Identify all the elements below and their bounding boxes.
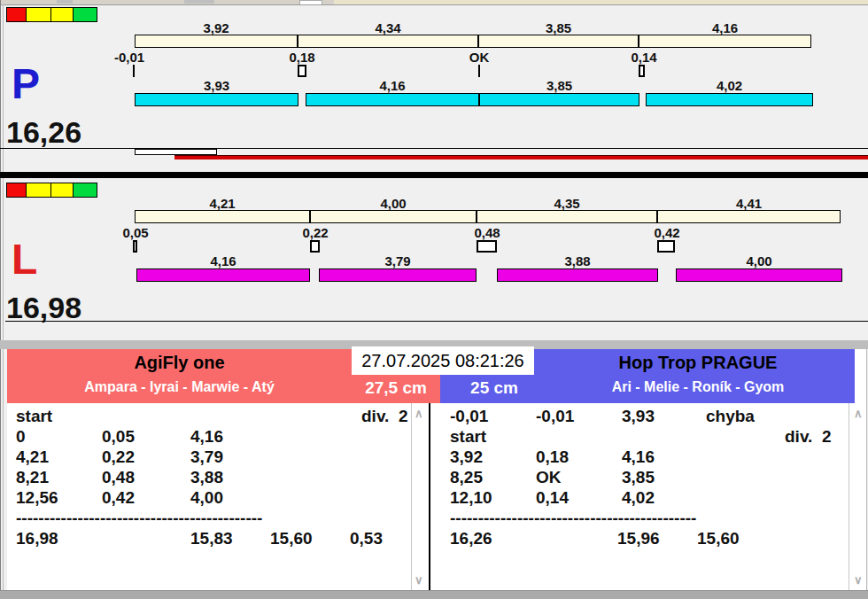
gap-marker-tick (133, 65, 135, 77)
gap-marker-box (298, 65, 306, 77)
gap-time-labels: 0,050,220,480,42 (0, 226, 868, 239)
gap-marker-box (133, 240, 137, 253)
jump-height-badge: 25 cm (447, 377, 541, 400)
reference-segment-time: 4,35 (477, 197, 657, 210)
reference-bar-segment (135, 210, 310, 223)
run-segment-time: 3,88 (497, 254, 658, 268)
reference-time-bar (0, 210, 868, 224)
traffic-light-segment (50, 7, 74, 22)
result-cell: 15,96 (617, 529, 660, 548)
reference-bar-segment (477, 210, 657, 223)
scoreboard: AgiFly one Ampara - Iyrai - Marwie - Atý… (7, 349, 866, 590)
run-bar-segment (497, 268, 658, 282)
lane-total-time: 16,26 (6, 117, 81, 147)
run-segment-time: 3,93 (135, 79, 298, 92)
scrollbar-track-left[interactable] (411, 403, 412, 590)
result-text-right[interactable]: -0,01-0,013,93chybastartdiv. 23,920,184,… (0, 407, 868, 584)
window-bottom-bar (0, 590, 868, 599)
lane-total-time: 16,98 (6, 292, 81, 323)
run-segment-time: 4,02 (646, 79, 813, 92)
progress-marker-box (135, 149, 217, 155)
team-members: Ampara - Iyrai - Marwie - Atý (7, 378, 352, 396)
reference-bar-segment (657, 210, 841, 223)
result-cell: 0,18 (536, 447, 569, 466)
run-segment-time: 3,85 (479, 79, 639, 92)
lane-letter: P (12, 63, 40, 105)
reference-bar-segment (135, 35, 298, 48)
result-cell: start (450, 427, 486, 446)
gap-time-value: 0,48 (474, 226, 500, 239)
gap-time-value: 0,42 (654, 226, 679, 239)
gap-time-value: 0,22 (302, 226, 328, 239)
gap-marker-box (310, 240, 320, 253)
gap-marker-box (477, 240, 497, 253)
gap-time-value: 0,14 (631, 51, 656, 64)
traffic-light-segment (26, 7, 51, 22)
result-cell: 0,14 (536, 488, 569, 507)
run-segment-time: 3,79 (319, 254, 477, 268)
traffic-lights (7, 183, 97, 196)
gap-time-value: -0,01 (114, 51, 144, 64)
run-bar-segment (136, 268, 310, 282)
lane-panel-right-dog: 3,924,343,854,16 -0,010,18OK0,14 3,934,1… (0, 4, 868, 148)
scrollbar-up-icon[interactable]: ∧ (415, 408, 423, 419)
traffic-light-segment (73, 183, 97, 198)
run-bar-segment (479, 93, 639, 106)
result-cell: 12,10 (450, 488, 492, 507)
reference-segment-time: 4,34 (298, 21, 478, 35)
scrollbar-up-icon[interactable]: ∧ (854, 408, 863, 419)
reference-time-labels: 3,924,343,854,16 (0, 21, 868, 35)
gap-marker-tick (478, 65, 480, 77)
run-bar-segment (319, 268, 477, 282)
run-bar-segment (646, 93, 813, 106)
run-time-labels: 3,934,163,854,02 (0, 79, 868, 92)
result-cell: -0,01 (536, 407, 574, 425)
result-cell: OK (536, 468, 562, 486)
result-cell: 4,16 (622, 447, 655, 466)
gap-time-value: OK (469, 51, 490, 64)
reference-time-bar (0, 35, 868, 49)
reference-segment-time: 4,41 (657, 197, 841, 210)
result-cell: 3,92 (450, 447, 483, 466)
run-bar-segment (135, 93, 298, 106)
traffic-lights (7, 7, 97, 20)
result-cell: 8,25 (450, 468, 483, 486)
results-divider (429, 403, 430, 590)
run-time-bar (0, 268, 868, 283)
run-bar-segment (306, 93, 479, 106)
result-cell: 15,60 (697, 529, 740, 548)
result-cell: div. 2 (785, 427, 831, 446)
progress-baseline (0, 148, 868, 149)
result-cell: -0,01 (450, 407, 488, 425)
reference-bar-segment (478, 35, 639, 48)
reference-segment-time: 3,85 (478, 21, 639, 35)
datetime-display: 27.07.2025 08:21:26 (352, 346, 534, 375)
team-members: Ari - Melie - Roník - Gyom (541, 378, 855, 396)
scrollbar-track-right[interactable] (849, 403, 849, 590)
run-segment-time: 4,16 (306, 79, 479, 92)
timing-app-window: 3,924,343,854,16 -0,010,18OK0,14 3,934,1… (0, 0, 868, 599)
team-name: AgiFly one (7, 352, 352, 373)
lane-panel-left-dog: 4,214,004,354,41 0,050,220,480,42 4,163,… (0, 180, 868, 323)
reference-segment-time: 4,00 (310, 197, 477, 210)
gap-time-value: 0,18 (289, 51, 314, 64)
gap-marker-box (639, 65, 645, 77)
result-cell: chyba (706, 407, 755, 425)
scrollbar-down-icon[interactable]: ∨ (415, 574, 423, 586)
traffic-light-segment (50, 183, 74, 198)
gap-time-labels: -0,010,18OK0,14 (0, 51, 868, 64)
run-time-bar (0, 93, 868, 107)
reference-time-labels: 4,214,004,354,41 (0, 197, 868, 210)
result-cell: 3,93 (622, 407, 655, 425)
reference-segment-time: 3,92 (135, 21, 298, 35)
result-cell: 3,85 (622, 468, 655, 486)
reference-bar-segment (639, 35, 811, 48)
lane-letter: L (12, 238, 37, 281)
jump-height-badge: 27,5 cm (352, 377, 440, 400)
reference-segment-time: 4,16 (639, 21, 811, 35)
result-cell: 4,02 (622, 488, 655, 507)
window-edge-fragment (184, 0, 214, 4)
progress-run-bar (174, 155, 868, 159)
scrollbar-down-icon[interactable]: ∨ (854, 574, 863, 586)
run-bar-segment (676, 268, 842, 282)
